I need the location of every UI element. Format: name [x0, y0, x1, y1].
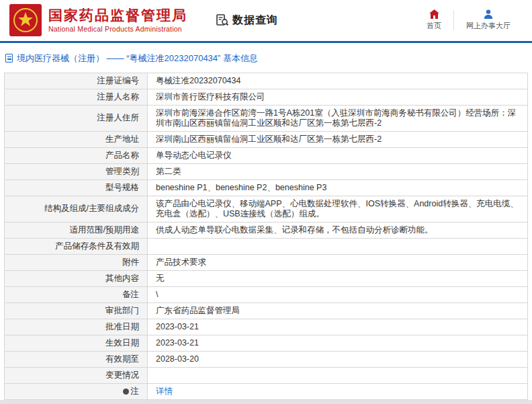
row-label: 产品名称: [5, 147, 148, 163]
row-label: 注册人住所: [5, 105, 148, 131]
row-label: 备注: [5, 286, 148, 302]
row-value: \: [148, 286, 528, 302]
org-name-en: National Medical Products Administration: [48, 24, 187, 34]
table-row: 产品名称单导动态心电记录仪: [5, 147, 528, 163]
nav-service-hall[interactable]: 网上办事大厅: [454, 9, 523, 31]
footer-strip: [0, 400, 532, 404]
row-label: 生产地址: [5, 131, 148, 147]
table-row: 有效期至2028-03-20: [5, 351, 528, 367]
header-nav: 首页 网上办事大厅: [414, 9, 523, 31]
row-label: 注册人名称: [5, 89, 148, 105]
table-row: 备注\: [5, 286, 528, 302]
table-row: 适用范围/预期用途供成人动态单导联心电数据采集、记录和存储，不包括自动分析诊断功…: [5, 222, 528, 238]
row-label: 注册证编号: [5, 73, 148, 89]
row-value: [148, 367, 528, 383]
row-label: 适用范围/预期用途: [5, 222, 148, 238]
data-query-icon: [216, 13, 229, 27]
row-value: beneshine P1、beneshine P2、beneshine P3: [148, 179, 528, 196]
row-value: 产品技术要求: [148, 254, 528, 270]
info-table-body: 注册证编号粤械注准20232070434注册人名称深圳市善行医疗科技有限公司注册…: [5, 73, 528, 399]
row-label: 管理类别: [5, 163, 148, 179]
data-query-section: 数据查询: [216, 13, 278, 28]
user-icon: [484, 9, 493, 19]
table-row: 变更情况: [5, 367, 528, 383]
note-dot-icon: [123, 389, 129, 395]
row-value: 2028-03-20: [148, 351, 528, 367]
row-label: 生效日期: [5, 335, 148, 351]
info-table-wrap: 注册证编号粤械注准20232070434注册人名称深圳市善行医疗科技有限公司注册…: [0, 73, 532, 400]
row-label: 其他内容: [5, 270, 148, 286]
row-label: 结构及组成/主要组成成分: [5, 196, 148, 222]
row-label: 产品储存条件及有效期: [5, 238, 148, 254]
data-query-label: 数据查询: [232, 13, 278, 28]
table-row: 注册人住所深圳市前海深港合作区前湾一路1号A栋201室（入驻深圳市前海商务秘书有…: [5, 105, 528, 131]
row-value: 粤械注准20232070434: [148, 73, 528, 89]
row-label: 注: [5, 383, 148, 399]
emblem-star-icon: [12, 7, 39, 34]
breadcrumb-text: 境内医疗器械（注册） —— “粤械注准20232070434” 基本信息: [17, 52, 258, 65]
org-name-cn: 国家药品监督管理局: [48, 7, 187, 24]
row-value: 深圳市善行医疗科技有限公司: [148, 89, 528, 105]
table-row: 型号规格beneshine P1、beneshine P2、beneshine …: [5, 179, 528, 196]
registration-info-table: 注册证编号粤械注准20232070434注册人名称深圳市善行医疗科技有限公司注册…: [4, 73, 528, 400]
row-value: 深圳市前海深港合作区前湾一路1号A栋201室（入驻深圳市前海商务秘书有限公司）经…: [148, 105, 528, 131]
home-icon: [429, 9, 439, 19]
table-row: 管理类别第二类: [5, 163, 528, 179]
table-row: 注详情: [5, 383, 528, 399]
row-value: 第二类: [148, 163, 528, 179]
nav-home-label: 首页: [427, 21, 441, 31]
row-value: 2023-03-21: [148, 335, 528, 351]
nav-home[interactable]: 首页: [414, 9, 453, 31]
row-label: 型号规格: [5, 179, 148, 196]
detail-link[interactable]: 详情: [156, 387, 173, 396]
table-row: 注册证编号粤械注准20232070434: [5, 73, 528, 89]
row-value: 供成人动态单导联心电数据采集、记录和存储，不包括自动分析诊断功能。: [148, 222, 528, 238]
row-value: 深圳南山区西丽镇留仙洞工业区顺和达厂区第一栋第七层西-2: [148, 131, 528, 147]
table-row: 生效日期2023-03-21: [5, 335, 528, 351]
row-label: 批准日期: [5, 319, 148, 335]
nav-service-hall-label: 网上办事大厅: [466, 21, 511, 31]
breadcrumb: 境内医疗器械（注册） —— “粤械注准20232070434” 基本信息: [0, 43, 532, 73]
document-icon: [5, 54, 13, 63]
org-names: 国家药品监督管理局 National Medical Products Admi…: [48, 7, 187, 34]
header: 国家药品监督管理局 National Medical Products Admi…: [0, 0, 532, 41]
row-value: 广东省药品监督管理局: [148, 302, 528, 319]
table-row: 结构及组成/主要组成成分该产品由心电记录仪、移动端APP、心电数据处理软件、IO…: [5, 196, 528, 222]
national-emblem-logo: [9, 4, 42, 36]
table-row: 附件产品技术要求: [5, 254, 528, 270]
table-row: 产品储存条件及有效期: [5, 238, 528, 254]
table-row: 注册人名称深圳市善行医疗科技有限公司: [5, 89, 528, 105]
row-label: 变更情况: [5, 367, 148, 383]
row-label: 有效期至: [5, 351, 148, 367]
row-value: 无: [148, 270, 528, 286]
row-value: 单导动态心电记录仪: [148, 147, 528, 163]
row-label: 附件: [5, 254, 148, 270]
row-label: 审批部门: [5, 302, 148, 319]
table-row: 其他内容无: [5, 270, 528, 286]
row-value: 2023-03-21: [148, 319, 528, 335]
row-value: [148, 238, 528, 254]
table-row: 生产地址深圳南山区西丽镇留仙洞工业区顺和达厂区第一栋第七层西-2: [5, 131, 528, 147]
table-row: 审批部门广东省药品监督管理局: [5, 302, 528, 319]
table-row: 批准日期2023-03-21: [5, 319, 528, 335]
row-value: 详情: [148, 383, 528, 399]
row-value: 该产品由心电记录仪、移动端APP、心电数据处理软件、IOS转换器、Android…: [148, 196, 528, 222]
